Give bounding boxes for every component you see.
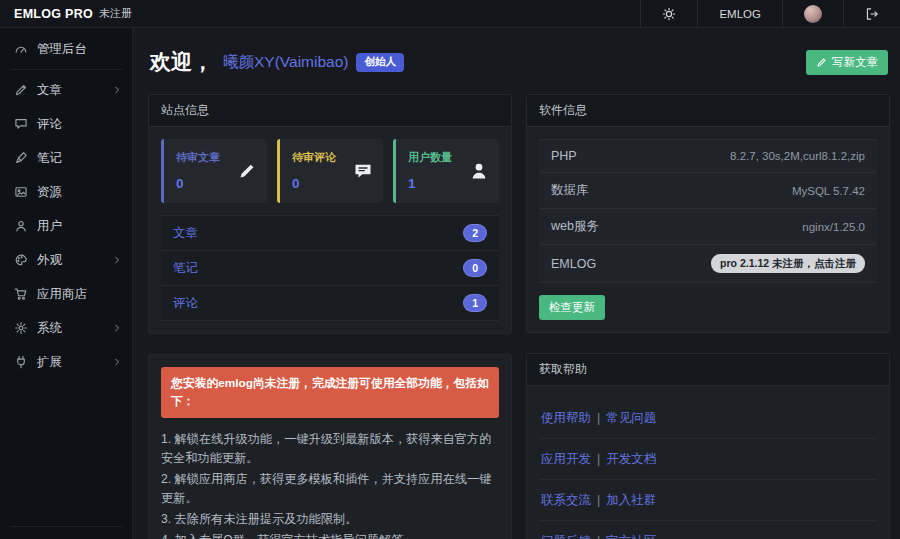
site-row-notes[interactable]: 笔记 0 [161,251,499,286]
notes-count-badge: 0 [463,259,487,277]
help-link[interactable]: 常见问题 [606,411,656,425]
help-link[interactable]: 应用开发 [541,452,591,466]
sidebar-bottom-divider [10,526,122,527]
sidebar: 管理后台 文章 评论 笔记 资源 用户 [0,28,133,539]
visit-site-link[interactable]: EMLOG [697,0,782,27]
sidebar-item-extensions[interactable]: 扩展 [0,345,132,379]
software-info-panel: 软件信息 PHP 8.2.7, 30s,2M,curl8.1.2,zip 数据库… [526,94,890,333]
help-separator: | [591,493,606,507]
sidebar-item-label: 用户 [37,218,62,235]
check-update-button[interactable]: 检查更新 [539,295,605,320]
sidebar-item-label: 笔记 [37,150,62,167]
software-label: EMLOG [551,257,596,271]
sidebar-divider [10,69,122,70]
pencil-icon [816,57,827,68]
theme-toggle-button[interactable] [640,0,697,27]
logout-icon [865,7,879,21]
plug-icon [14,355,28,369]
welcome-title: 欢迎， [150,48,213,76]
sidebar-item-dashboard[interactable]: 管理后台 [0,32,132,66]
user-menu[interactable] [782,0,843,27]
avatar [804,5,822,23]
sidebar-item-appearance[interactable]: 外观 [0,243,132,277]
new-post-button[interactable]: 写新文章 [806,50,888,75]
software-value: MySQL 5.7.42 [792,185,865,197]
help-panel: 获取帮助 使用帮助|常见问题 应用开发|开发文档 联系交流|加入社群 问题反馈|… [526,353,890,539]
sidebar-item-label: 扩展 [37,354,62,371]
panel-title: 站点信息 [149,95,511,127]
chevron-right-icon [112,323,122,333]
stat-value: 0 [176,176,220,191]
help-link[interactable]: 联系交流 [541,493,591,507]
user-icon [14,219,28,233]
help-link[interactable]: 加入社群 [606,493,656,507]
sidebar-item-label: 文章 [37,82,62,99]
register-benefit: 4. 加入专属Q群，获得官方技术指导问题解答。 [161,531,499,539]
sidebar-item-articles[interactable]: 文章 [0,73,132,107]
help-separator: | [591,411,606,425]
logout-button[interactable] [843,0,900,27]
help-row-contact: 联系交流|加入社群 [539,480,877,521]
panel-title: 软件信息 [527,95,889,127]
register-benefit: 1. 解锁在线升级功能，一键升级到最新版本，获得来自官方的安全和功能更新。 [161,430,499,468]
user-icon [469,161,489,181]
comment-icon [353,161,373,181]
software-row-webserver: web服务 nginx/1.25.0 [539,209,877,245]
role-badge[interactable]: 创始人 [356,53,404,72]
chevron-right-icon [112,357,122,367]
articles-link[interactable]: 文章 [173,225,198,242]
software-value: 8.2.7, 30s,2M,curl8.1.2,zip [730,150,865,162]
comment-icon [14,117,28,131]
help-link[interactable]: 问题反馈 [541,534,591,539]
new-post-label: 写新文章 [832,55,878,70]
help-separator: | [591,534,606,539]
site-info-panel: 站点信息 待审文章 0 [148,94,512,334]
comments-count-badge: 1 [463,294,487,312]
palette-icon [14,253,28,267]
register-benefit: 2. 解锁应用商店，获得更多模板和插件，并支持应用在线一键更新。 [161,470,499,508]
sidebar-item-label: 管理后台 [37,41,87,58]
help-link[interactable]: 官方社区 [606,534,656,539]
stat-user-count: 用户数量 1 [393,139,499,203]
gauge-icon [14,42,28,56]
sidebar-item-label: 资源 [37,184,62,201]
stat-pending-articles: 待审文章 0 [161,139,267,203]
articles-count-badge: 2 [463,224,487,242]
sidebar-item-label: 系统 [37,320,62,337]
sidebar-item-users[interactable]: 用户 [0,209,132,243]
stat-value: 0 [292,176,336,191]
pen-nib-icon [14,151,28,165]
emlog-version-register-pill[interactable]: pro 2.1.12 未注册，点击注册 [711,254,865,273]
sidebar-item-app-store[interactable]: 应用商店 [0,277,132,311]
help-row-usage: 使用帮助|常见问题 [539,398,877,439]
help-row-feedback: 问题反馈|官方社区 [539,521,877,539]
pencil-icon [237,161,257,181]
logo-unregistered-label: 未注册 [99,6,132,21]
stat-label: 待审文章 [176,150,220,165]
register-benefit: 3. 去除所有未注册提示及功能限制。 [161,510,499,529]
username-link[interactable]: 曦颜XY(Vaimibao) [223,52,348,73]
logo-text: EMLOG PRO [14,7,93,21]
software-row-database: 数据库 MySQL 5.7.42 [539,173,877,209]
stat-label: 待审评论 [292,150,336,165]
stat-pending-comments: 待审评论 0 [277,139,383,203]
site-row-articles[interactable]: 文章 2 [161,215,499,251]
software-row-emlog: EMLOG pro 2.1.12 未注册，点击注册 [539,245,877,283]
sidebar-item-label: 应用商店 [37,286,87,303]
site-count-list: 文章 2 笔记 0 评论 1 [161,215,499,321]
help-link[interactable]: 开发文档 [606,452,656,466]
sun-icon [662,7,676,21]
notes-link[interactable]: 笔记 [173,260,198,277]
sidebar-item-resources[interactable]: 资源 [0,175,132,209]
sidebar-item-notes[interactable]: 笔记 [0,141,132,175]
app-logo[interactable]: EMLOG PRO 未注册 [0,0,133,27]
gear-icon [14,321,28,335]
stat-value: 1 [408,176,452,191]
sidebar-item-system[interactable]: 系统 [0,311,132,345]
comments-link[interactable]: 评论 [173,295,198,312]
sidebar-item-comments[interactable]: 评论 [0,107,132,141]
help-link[interactable]: 使用帮助 [541,411,591,425]
left-column: 站点信息 待审文章 0 [148,94,512,539]
help-separator: | [591,452,606,466]
site-row-comments[interactable]: 评论 1 [161,286,499,321]
